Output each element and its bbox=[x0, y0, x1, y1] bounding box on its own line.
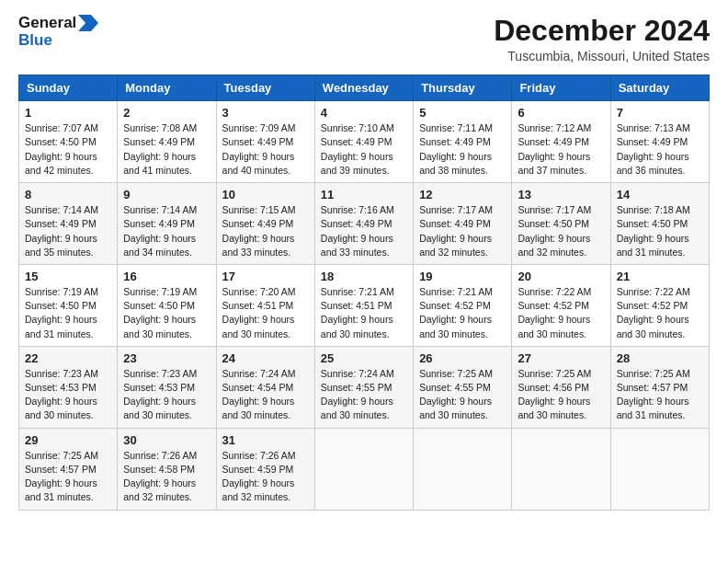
logo-blue: Blue bbox=[18, 32, 98, 50]
calendar-cell: 29Sunrise: 7:25 AMSunset: 4:57 PMDayligh… bbox=[19, 428, 118, 510]
calendar-cell bbox=[610, 428, 709, 510]
logo-text: General Blue bbox=[18, 15, 98, 49]
day-info: Sunrise: 7:19 AMSunset: 4:50 PMDaylight:… bbox=[25, 285, 111, 341]
calendar-cell: 8Sunrise: 7:14 AMSunset: 4:49 PMDaylight… bbox=[19, 183, 118, 265]
day-info: Sunrise: 7:22 AMSunset: 4:52 PMDaylight:… bbox=[617, 285, 703, 341]
day-number: 16 bbox=[123, 270, 210, 283]
col-header-tuesday: Tuesday bbox=[216, 75, 314, 101]
day-number: 10 bbox=[222, 188, 309, 201]
calendar-cell: 31Sunrise: 7:26 AMSunset: 4:59 PMDayligh… bbox=[216, 428, 314, 510]
calendar-cell: 21Sunrise: 7:22 AMSunset: 4:52 PMDayligh… bbox=[610, 264, 709, 346]
day-info: Sunrise: 7:08 AMSunset: 4:49 PMDaylight:… bbox=[123, 121, 210, 178]
day-number: 20 bbox=[518, 270, 604, 283]
day-info: Sunrise: 7:12 AMSunset: 4:49 PMDaylight:… bbox=[518, 121, 604, 178]
col-header-saturday: Saturday bbox=[610, 75, 709, 101]
calendar-table: SundayMondayTuesdayWednesdayThursdayFrid… bbox=[18, 75, 710, 510]
calendar-cell: 11Sunrise: 7:16 AMSunset: 4:49 PMDayligh… bbox=[314, 183, 413, 265]
calendar-cell: 19Sunrise: 7:21 AMSunset: 4:52 PMDayligh… bbox=[414, 264, 512, 346]
day-number: 5 bbox=[419, 106, 506, 120]
calendar-cell: 7Sunrise: 7:13 AMSunset: 4:49 PMDaylight… bbox=[610, 101, 709, 183]
day-number: 2 bbox=[123, 106, 210, 120]
day-number: 22 bbox=[25, 351, 111, 365]
calendar-cell: 15Sunrise: 7:19 AMSunset: 4:50 PMDayligh… bbox=[19, 264, 118, 346]
day-number: 26 bbox=[419, 351, 506, 365]
day-info: Sunrise: 7:07 AMSunset: 4:50 PMDaylight:… bbox=[25, 121, 111, 178]
calendar-week-row: 8Sunrise: 7:14 AMSunset: 4:49 PMDaylight… bbox=[19, 183, 710, 265]
day-number: 29 bbox=[25, 433, 111, 447]
col-header-friday: Friday bbox=[512, 75, 610, 101]
calendar-cell: 23Sunrise: 7:23 AMSunset: 4:53 PMDayligh… bbox=[118, 346, 216, 428]
location: Tuscumbia, Missouri, United States bbox=[494, 49, 710, 63]
calendar-cell: 30Sunrise: 7:26 AMSunset: 4:58 PMDayligh… bbox=[118, 428, 216, 510]
day-number: 12 bbox=[419, 188, 506, 201]
calendar-cell: 24Sunrise: 7:24 AMSunset: 4:54 PMDayligh… bbox=[216, 346, 314, 428]
calendar-cell: 26Sunrise: 7:25 AMSunset: 4:55 PMDayligh… bbox=[414, 346, 512, 428]
day-info: Sunrise: 7:17 AMSunset: 4:50 PMDaylight:… bbox=[518, 203, 604, 259]
calendar-cell: 25Sunrise: 7:24 AMSunset: 4:55 PMDayligh… bbox=[314, 346, 413, 428]
page-header: General Blue December 2024 Tuscumbia, Mi… bbox=[18, 15, 710, 63]
calendar-header-row: SundayMondayTuesdayWednesdayThursdayFrid… bbox=[19, 75, 710, 101]
calendar-week-row: 1Sunrise: 7:07 AMSunset: 4:50 PMDaylight… bbox=[19, 101, 710, 183]
calendar-cell: 17Sunrise: 7:20 AMSunset: 4:51 PMDayligh… bbox=[216, 264, 314, 346]
calendar-week-row: 15Sunrise: 7:19 AMSunset: 4:50 PMDayligh… bbox=[19, 264, 710, 346]
day-info: Sunrise: 7:13 AMSunset: 4:49 PMDaylight:… bbox=[617, 121, 703, 178]
day-info: Sunrise: 7:18 AMSunset: 4:50 PMDaylight:… bbox=[617, 203, 703, 259]
day-info: Sunrise: 7:25 AMSunset: 4:56 PMDaylight:… bbox=[518, 367, 604, 423]
day-info: Sunrise: 7:26 AMSunset: 4:58 PMDaylight:… bbox=[123, 449, 210, 505]
calendar-cell: 5Sunrise: 7:11 AMSunset: 4:49 PMDaylight… bbox=[414, 101, 512, 183]
col-header-sunday: Sunday bbox=[19, 75, 118, 101]
calendar-cell: 18Sunrise: 7:21 AMSunset: 4:51 PMDayligh… bbox=[314, 264, 413, 346]
day-number: 31 bbox=[222, 433, 309, 447]
calendar-cell: 13Sunrise: 7:17 AMSunset: 4:50 PMDayligh… bbox=[512, 183, 610, 265]
logo-arrow-icon bbox=[78, 15, 98, 31]
calendar-cell: 28Sunrise: 7:25 AMSunset: 4:57 PMDayligh… bbox=[610, 346, 709, 428]
day-info: Sunrise: 7:14 AMSunset: 4:49 PMDaylight:… bbox=[25, 203, 111, 259]
calendar-cell: 2Sunrise: 7:08 AMSunset: 4:49 PMDaylight… bbox=[118, 101, 216, 183]
calendar-cell bbox=[414, 428, 512, 510]
day-info: Sunrise: 7:24 AMSunset: 4:55 PMDaylight:… bbox=[321, 367, 407, 423]
logo-general: General bbox=[18, 15, 76, 32]
day-info: Sunrise: 7:14 AMSunset: 4:49 PMDaylight:… bbox=[123, 203, 210, 259]
calendar-cell: 4Sunrise: 7:10 AMSunset: 4:49 PMDaylight… bbox=[314, 101, 413, 183]
day-number: 30 bbox=[123, 433, 210, 447]
day-number: 9 bbox=[123, 188, 210, 201]
day-info: Sunrise: 7:23 AMSunset: 4:53 PMDaylight:… bbox=[123, 367, 210, 423]
day-info: Sunrise: 7:19 AMSunset: 4:50 PMDaylight:… bbox=[123, 285, 210, 341]
calendar-cell bbox=[512, 428, 610, 510]
day-number: 3 bbox=[222, 106, 309, 120]
day-info: Sunrise: 7:22 AMSunset: 4:52 PMDaylight:… bbox=[518, 285, 604, 341]
calendar-week-row: 29Sunrise: 7:25 AMSunset: 4:57 PMDayligh… bbox=[19, 428, 710, 510]
col-header-wednesday: Wednesday bbox=[314, 75, 413, 101]
day-number: 25 bbox=[321, 351, 407, 365]
day-number: 11 bbox=[321, 188, 407, 201]
month-title: December 2024 bbox=[494, 15, 710, 47]
calendar-cell: 12Sunrise: 7:17 AMSunset: 4:49 PMDayligh… bbox=[414, 183, 512, 265]
calendar-cell: 10Sunrise: 7:15 AMSunset: 4:49 PMDayligh… bbox=[216, 183, 314, 265]
day-number: 17 bbox=[222, 270, 309, 283]
day-number: 23 bbox=[123, 351, 210, 365]
day-info: Sunrise: 7:25 AMSunset: 4:57 PMDaylight:… bbox=[617, 367, 703, 423]
day-number: 21 bbox=[617, 270, 703, 283]
day-number: 8 bbox=[25, 188, 111, 201]
calendar-cell: 14Sunrise: 7:18 AMSunset: 4:50 PMDayligh… bbox=[610, 183, 709, 265]
day-number: 15 bbox=[25, 270, 111, 283]
day-info: Sunrise: 7:21 AMSunset: 4:51 PMDaylight:… bbox=[321, 285, 407, 341]
day-number: 18 bbox=[321, 270, 407, 283]
calendar-cell: 9Sunrise: 7:14 AMSunset: 4:49 PMDaylight… bbox=[118, 183, 216, 265]
day-number: 6 bbox=[518, 106, 604, 120]
title-area: December 2024 Tuscumbia, Missouri, Unite… bbox=[494, 15, 710, 63]
day-info: Sunrise: 7:16 AMSunset: 4:49 PMDaylight:… bbox=[321, 203, 407, 259]
calendar-week-row: 22Sunrise: 7:23 AMSunset: 4:53 PMDayligh… bbox=[19, 346, 710, 428]
day-number: 28 bbox=[617, 351, 703, 365]
day-number: 13 bbox=[518, 188, 604, 201]
calendar-cell: 16Sunrise: 7:19 AMSunset: 4:50 PMDayligh… bbox=[118, 264, 216, 346]
day-info: Sunrise: 7:25 AMSunset: 4:55 PMDaylight:… bbox=[419, 367, 506, 423]
day-info: Sunrise: 7:25 AMSunset: 4:57 PMDaylight:… bbox=[25, 449, 111, 505]
day-info: Sunrise: 7:10 AMSunset: 4:49 PMDaylight:… bbox=[321, 121, 407, 178]
calendar-cell: 27Sunrise: 7:25 AMSunset: 4:56 PMDayligh… bbox=[512, 346, 610, 428]
calendar-cell: 6Sunrise: 7:12 AMSunset: 4:49 PMDaylight… bbox=[512, 101, 610, 183]
day-number: 27 bbox=[518, 351, 604, 365]
logo: General Blue bbox=[18, 15, 98, 49]
calendar-cell bbox=[314, 428, 413, 510]
day-number: 19 bbox=[419, 270, 506, 283]
